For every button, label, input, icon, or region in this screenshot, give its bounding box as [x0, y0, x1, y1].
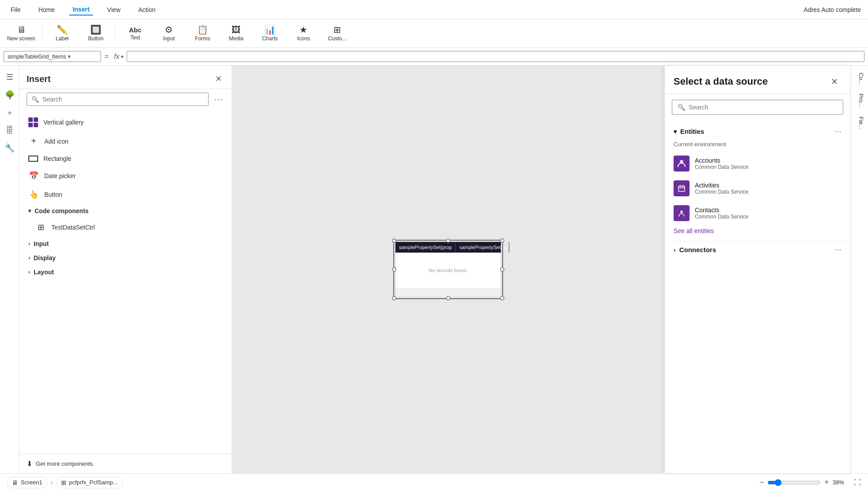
- entities-more-button[interactable]: ⋯: [834, 127, 841, 136]
- component-pill[interactable]: ⊞ pcfprfx_PcfSamp...: [56, 477, 123, 488]
- menu-action[interactable]: Action: [135, 4, 159, 15]
- sidebar-tree-icon[interactable]: 🌳: [2, 87, 18, 103]
- insert-list: Vertical gallery + Add icon Rectangle 📅 …: [19, 109, 232, 454]
- new-screen-button[interactable]: 🖥 New screen: [4, 21, 39, 46]
- ds-item-accounts[interactable]: Accounts Common Data Service: [665, 151, 850, 176]
- screen-icon: 🖥: [12, 479, 18, 486]
- forms-btn-label: Forms: [195, 35, 210, 42]
- section-input[interactable]: › Input: [19, 237, 232, 251]
- bottom-bar: 🖥 Screen1 › ⊞ pcfprfx_PcfSamp... − + 38%…: [0, 473, 868, 491]
- ds-search-input[interactable]: [689, 104, 837, 111]
- chevron-down-icon: ▾: [68, 53, 71, 60]
- formula-dropdown-value: simpleTableGrid_Items: [8, 53, 66, 60]
- ds-item-contacts[interactable]: Contacts Common Data Service: [665, 201, 850, 226]
- menu-insert[interactable]: Insert: [69, 4, 93, 16]
- ds-search-icon: 🔍: [678, 104, 685, 111]
- fx-label: fx: [114, 53, 119, 61]
- formula-bar: simpleTableGrid_Items ▾ = fx ▾: [0, 48, 868, 66]
- insert-item-add-icon[interactable]: + Add icon: [19, 132, 232, 151]
- expand-button[interactable]: ⛶: [854, 479, 861, 487]
- section-display[interactable]: › Display: [19, 251, 232, 265]
- svg-rect-1: [678, 186, 685, 191]
- label-button[interactable]: ✏️ Label: [46, 21, 78, 46]
- insert-item-rectangle[interactable]: Rectangle: [19, 151, 232, 167]
- sidebar-tools-icon[interactable]: 🔧: [2, 140, 18, 156]
- layout-section-label: Layout: [34, 269, 54, 276]
- widget-header: samplePropertySet(prop samplePropertySet…: [395, 242, 501, 253]
- charts-icon: 📊: [264, 25, 275, 34]
- insert-search-input[interactable]: [43, 96, 204, 103]
- bottom-left: 🖥 Screen1 › ⊞ pcfprfx_PcfSamp...: [7, 477, 123, 488]
- right-panel-pro[interactable]: Pro...: [852, 90, 866, 111]
- get-more-components-button[interactable]: ⬇ Get more components: [19, 454, 232, 473]
- widget-footer: [395, 288, 501, 297]
- icons-button[interactable]: ★ Icons: [287, 21, 319, 46]
- formula-input[interactable]: [127, 51, 864, 62]
- custom-button[interactable]: ⊞ Custo...: [321, 21, 353, 46]
- formula-fx-button[interactable]: fx ▾: [112, 53, 124, 61]
- sidebar-icons: ☰ 🌳 ＋ 🗄 🔧: [0, 66, 19, 473]
- connectors-more-button[interactable]: ⋯: [834, 246, 841, 254]
- ds-search-box[interactable]: 🔍: [672, 100, 843, 115]
- activities-name: Activities: [695, 182, 748, 189]
- ds-header: Select a data source ✕: [665, 66, 850, 94]
- formula-dropdown[interactable]: simpleTableGrid_Items ▾: [4, 51, 101, 62]
- screen-pill[interactable]: 🖥 Screen1: [7, 477, 47, 488]
- right-panel-co[interactable]: Co...: [852, 69, 866, 88]
- layout-section-chevron: ›: [28, 269, 30, 275]
- canvas-area[interactable]: samplePropertySet(prop samplePropertySet…: [232, 66, 664, 473]
- insert-more-button[interactable]: ⋯: [212, 93, 225, 105]
- sidebar-menu-icon[interactable]: ☰: [2, 69, 18, 85]
- button-button[interactable]: 🔲 Button: [80, 21, 112, 46]
- ds-title: Select a data source: [674, 76, 768, 87]
- contacts-info: Contacts Common Data Service: [695, 207, 748, 220]
- insert-item-button[interactable]: 👆 Button: [19, 185, 232, 204]
- ds-connectors-section[interactable]: › Connectors ⋯: [665, 242, 850, 257]
- charts-button[interactable]: 📊 Charts: [254, 21, 286, 46]
- widget-body: No records found.: [395, 253, 501, 288]
- ds-entities-section[interactable]: ▾ Entities ⋯: [665, 124, 850, 139]
- insert-search-box[interactable]: 🔍: [27, 93, 209, 106]
- entities-label: Entities: [680, 128, 704, 135]
- forms-button[interactable]: 📋 Forms: [186, 21, 218, 46]
- insert-item-testdataset[interactable]: ⊞ TestDataSetCtrl: [19, 218, 232, 237]
- insert-item-vertical-gallery[interactable]: Vertical gallery: [19, 113, 232, 132]
- connectors-chevron: ›: [674, 246, 676, 253]
- ribbon-sep-1: [42, 25, 43, 43]
- section-code-components[interactable]: ▾ Code components: [19, 204, 232, 218]
- canvas-widget-container: samplePropertySet(prop samplePropertySet…: [395, 242, 501, 297]
- zoom-control: − + 38%: [760, 478, 850, 487]
- ribbon: 🖥 New screen ✏️ Label 🔲 Button Abc Text …: [0, 19, 868, 48]
- date-picker-label: Date picker: [44, 172, 76, 179]
- custom-btn-label: Custo...: [328, 35, 346, 42]
- icons-icon: ★: [299, 25, 307, 34]
- insert-search-row: 🔍 ⋯: [19, 89, 232, 109]
- zoom-minus-button[interactable]: −: [760, 478, 764, 487]
- right-panel-fie[interactable]: Fie...: [852, 113, 866, 133]
- input-icon: ⚙: [165, 25, 173, 34]
- media-button[interactable]: 🖼 Media: [220, 21, 252, 46]
- ds-search-row: 🔍: [665, 94, 850, 120]
- ds-item-activities[interactable]: Activities Common Data Service: [665, 176, 850, 201]
- insert-close-button[interactable]: ✕: [212, 73, 225, 85]
- canvas-widget[interactable]: samplePropertySet(prop samplePropertySet…: [395, 242, 501, 297]
- ribbon-sep-2: [115, 25, 116, 43]
- menu-file[interactable]: File: [7, 4, 24, 15]
- text-button[interactable]: Abc Text: [119, 21, 151, 46]
- menu-home[interactable]: Home: [35, 4, 58, 15]
- zoom-plus-button[interactable]: +: [824, 478, 829, 487]
- sidebar-add-icon[interactable]: ＋: [2, 105, 18, 121]
- chevron-down-icon-fx: ▾: [120, 54, 123, 60]
- input-button[interactable]: ⚙ Input: [153, 21, 185, 46]
- button-icon: 🔲: [90, 25, 101, 34]
- insert-item-date-picker[interactable]: 📅 Date picker: [19, 167, 232, 185]
- ds-close-button[interactable]: ✕: [827, 74, 841, 89]
- rectangle-icon: [28, 156, 38, 162]
- zoom-unit: %: [839, 479, 844, 486]
- see-all-entities-link[interactable]: See all entities: [665, 226, 850, 242]
- sidebar-data-icon[interactable]: 🗄: [2, 122, 18, 138]
- menu-view[interactable]: View: [104, 4, 124, 15]
- zoom-slider[interactable]: [767, 479, 821, 486]
- right-edge-panel: Co... Pro... Fie...: [850, 66, 868, 473]
- section-layout[interactable]: › Layout: [19, 265, 232, 279]
